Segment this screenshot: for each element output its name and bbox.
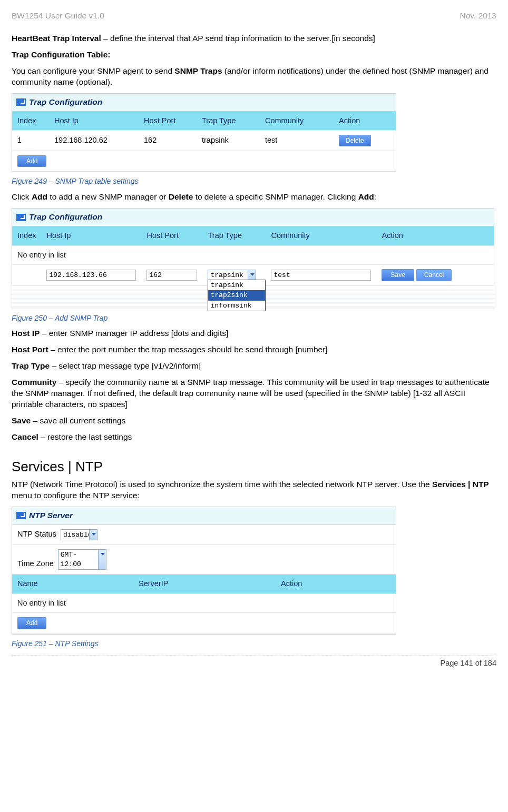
cell-community: test — [260, 131, 334, 151]
trap-add-panel: Trap Configuration Index Host Ip Host Po… — [12, 208, 494, 285]
def-community-term: Community — [12, 378, 56, 387]
trap-add-block: Trap Configuration Index Host Ip Host Po… — [12, 208, 494, 309]
term-heartbeat: HeartBeat Trap Interval — [12, 34, 101, 43]
col-hostport: Host Port — [141, 226, 202, 245]
col-index: Index — [12, 226, 41, 245]
ntp-status-label: NTP Status — [17, 530, 56, 538]
figure-250-caption: Figure 250 – Add SNMP Trap — [12, 313, 496, 323]
trap-config-header: Trap Configuration — [12, 94, 396, 112]
ntp-no-entry-text: No entry in list — [12, 593, 396, 613]
col-name: Name — [12, 575, 133, 594]
chevron-down-icon — [248, 270, 256, 281]
trap-add-header: Trap Configuration — [12, 209, 494, 226]
community-input[interactable] — [271, 270, 371, 281]
cancel-button[interactable]: Cancel — [416, 269, 452, 281]
ntp-tz-label: Time Zone — [17, 559, 54, 568]
col-community: Community — [260, 112, 334, 131]
def-community-text: – specify the community name at a SNMP t… — [12, 378, 490, 409]
trap-header-row: Index Host Ip Host Port Trap Type Commun… — [12, 112, 396, 131]
trap-add-header-row: Index Host Ip Host Port Trap Type Commun… — [12, 226, 494, 245]
page-header: BW1254 User Guide v1.0 Nov. 2013 — [12, 11, 496, 22]
txt-click3: to delete a specific SNMP manager. Click… — [193, 192, 358, 201]
option-trap2sink[interactable]: trap2sink — [208, 290, 265, 301]
ntp-header: NTP Server — [12, 507, 396, 525]
panel-icon — [16, 512, 26, 519]
trap-config-panel: Trap Configuration Index Host Ip Host Po… — [12, 93, 396, 173]
section-ntp-title: Services | NTP — [12, 458, 496, 476]
def-hostip-text: – enter SNMP manager IP address [dots an… — [40, 329, 228, 338]
para-trapconf-title: Trap Configuration Table: — [12, 49, 496, 61]
def-save: Save – save all current settings — [12, 415, 496, 427]
col-serverip: ServerIP — [133, 575, 276, 594]
trap-add-table: Index Host Ip Host Port Trap Type Commun… — [12, 226, 494, 285]
def-cancel-term: Cancel — [12, 432, 38, 441]
panel-icon — [16, 98, 26, 106]
hostport-input[interactable] — [146, 270, 197, 281]
doc-title: BW1254 User Guide v1.0 — [12, 11, 104, 22]
add-button[interactable]: Add — [17, 155, 46, 167]
para-ntp-intro: NTP (Network Time Protocol) is used to s… — [12, 479, 496, 501]
cell-hostport: 162 — [139, 131, 197, 151]
col-index: Index — [12, 112, 49, 131]
save-button[interactable]: Save — [382, 269, 414, 281]
col-hostip: Host Ip — [49, 112, 139, 131]
table-row: 1 192.168.120.62 162 trapsink test Delet… — [12, 131, 396, 151]
ntp-no-entry-row: No entry in list — [12, 593, 396, 613]
ntp-add-row: Add — [12, 613, 396, 633]
def-cancel-text: – restore the last settings — [38, 432, 132, 441]
txt-click2: to add a new SNMP manager or — [47, 192, 169, 201]
def-hostport: Host Port – enter the port number the tr… — [12, 344, 496, 355]
ntp-panel-title: NTP Server — [29, 510, 73, 521]
input-row: trapsink trapsink trap2sink informsink S… — [12, 265, 494, 285]
doc-date: Nov. 2013 — [460, 11, 496, 22]
def-save-text: – save all current settings — [31, 416, 125, 425]
txt-snmptraps-bold: SNMP Traps — [174, 66, 222, 75]
ntp-intro-1: NTP (Network Time Protocol) is used to s… — [12, 480, 432, 489]
col-traptype: Trap Type — [197, 112, 260, 131]
no-entry-row: No entry in list — [12, 245, 494, 265]
chevron-down-icon — [98, 550, 106, 569]
figure-249-caption: Figure 249 – SNMP Trap table settings — [12, 176, 496, 186]
traptype-select[interactable]: trapsink trapsink trap2sink informsink — [208, 270, 256, 281]
def-cancel: Cancel – restore the last settings — [12, 432, 496, 443]
cell-action: Delete — [334, 131, 396, 151]
txt-delb: Delete — [169, 192, 193, 201]
ntp-tz-select[interactable]: GMT-12:00 — [58, 549, 106, 570]
def-hostip: Host IP – enter SNMP manager IP address … — [12, 328, 496, 339]
def-save-term: Save — [12, 416, 31, 425]
col-action: Action — [376, 226, 494, 245]
col-action: Action — [334, 112, 396, 131]
hostip-input[interactable] — [46, 270, 136, 281]
col-community: Community — [266, 226, 376, 245]
add-button[interactable]: Add — [17, 617, 46, 629]
page-footer: Page 141 of 184 — [12, 656, 496, 669]
col-action: Action — [276, 575, 396, 594]
page-number: Page 141 of 184 — [441, 659, 496, 667]
def-community: Community – specify the community name a… — [12, 377, 496, 410]
ntp-status-select[interactable]: disable — [61, 529, 97, 541]
option-informsink[interactable]: informsink — [208, 301, 265, 311]
no-entry-text: No entry in list — [12, 245, 494, 265]
option-trapsink[interactable]: trapsink — [208, 280, 265, 291]
term-heartbeat-desc: – define the interval that AP send trap … — [101, 34, 375, 43]
txt-trapconf-1: You can configure your SNMP agent to sen… — [12, 66, 174, 75]
trap-add-title: Trap Configuration — [29, 212, 102, 223]
cell-index: 1 — [12, 131, 49, 151]
delete-button[interactable]: Delete — [339, 135, 371, 146]
def-traptype-term: Trap Type — [12, 361, 50, 370]
col-hostport: Host Port — [139, 112, 197, 131]
figure-251-caption: Figure 251 – NTP Settings — [12, 639, 496, 649]
ntp-header-row: Name ServerIP Action — [12, 575, 396, 594]
col-traptype: Trap Type — [202, 226, 266, 245]
txt-addb1: Add — [32, 192, 47, 201]
ntp-panel: NTP Server NTP Status disable Time Zone … — [12, 507, 396, 635]
def-hostport-text: – enter the port number the trap message… — [48, 345, 328, 354]
txt-addb2: Add — [358, 192, 374, 201]
panel-icon — [16, 214, 26, 221]
txt-click1: Click — [12, 192, 32, 201]
chevron-down-icon — [89, 530, 97, 540]
trap-config-title: Trap Configuration — [29, 97, 102, 108]
para-click-add: Click Add to add a new SNMP manager or D… — [12, 192, 496, 203]
cell-hostip: 192.168.120.62 — [49, 131, 139, 151]
def-traptype-text: – select trap message type [v1/v2/inform… — [50, 361, 201, 370]
